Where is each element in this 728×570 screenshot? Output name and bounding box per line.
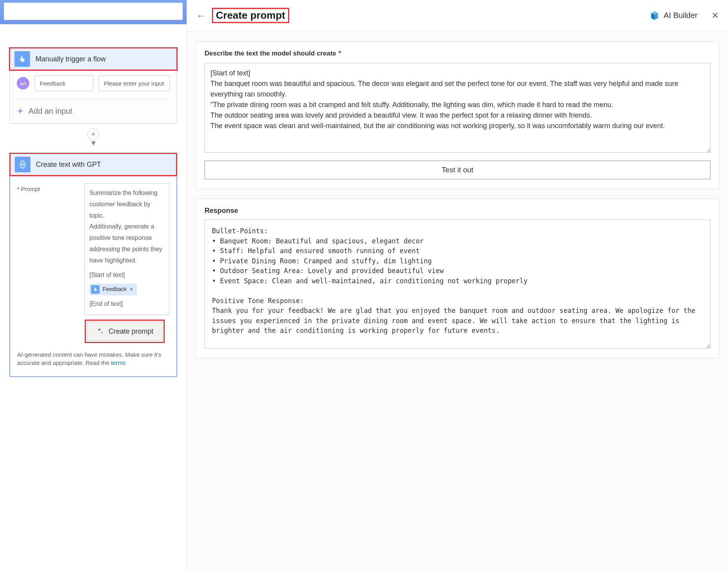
add-input-label: Add an input [28,107,72,116]
prompt-end-marker: [End of text] [89,298,164,310]
feedback-chip-label: Feedback [103,284,126,294]
gpt-node-header[interactable]: Create text with GPT [10,154,176,175]
create-prompt-button-label: Create prompt [109,327,153,336]
describe-prompt-card: Describe the text the model should creat… [196,41,719,189]
feedback-dynamic-chip[interactable]: Feedback × [89,284,137,295]
prompt-field-label: *Prompt [17,183,80,192]
back-arrow-icon[interactable]: ← [196,10,206,21]
prompt-start-marker: [Start of text] [89,270,164,281]
ai-disclaimer: AI-generated content can have mistakes. … [17,350,169,367]
manual-trigger-chip-icon [91,285,100,294]
gpt-icon [15,157,30,172]
trigger-node: Manually trigger a flow aA Feedback Plea… [9,48,177,124]
terms-link[interactable]: terms [111,359,126,366]
trigger-node-header[interactable]: Manually trigger a flow [10,48,177,70]
panel-title: Create prompt [216,9,285,21]
plus-icon: + [18,106,23,116]
prompt-textarea[interactable]: Summarize the following customer feedbac… [84,183,169,315]
gpt-node-title: Create text with GPT [36,161,101,169]
input-name-field[interactable]: Feedback [35,75,93,91]
close-panel-icon[interactable]: ✕ [712,11,719,21]
trigger-node-title: Manually trigger a flow [36,55,106,63]
flow-designer: Manually trigger a flow aA Feedback Plea… [0,0,187,570]
response-label: Response [205,207,710,215]
sparkle-icon [96,327,104,335]
add-step-button[interactable]: + [87,129,99,140]
response-card: Response Bullet-Points: • Banquet Room: … [196,198,719,358]
flow-name-input[interactable] [4,3,183,20]
create-prompt-panel: ← Create prompt AI Builder ✕ Describe th… [187,0,728,570]
describe-label: Describe the text the model should creat… [205,50,710,57]
manual-trigger-icon [14,51,30,67]
describe-textarea[interactable] [205,63,710,153]
response-output[interactable]: Bullet-Points: • Banquet Room: Beautiful… [205,220,710,348]
node-connector: + ▾ [9,129,177,148]
add-input-button[interactable]: + Add an input [17,105,170,117]
flow-canvas: Manually trigger a flow aA Feedback Plea… [0,24,187,404]
text-input-type-icon: aA [17,77,29,89]
svg-point-0 [21,163,24,166]
ai-builder-logo-icon [650,11,660,21]
prompt-instruction-text: Summarize the following customer feedbac… [89,188,164,266]
top-command-bar [0,0,187,24]
remove-chip-icon[interactable]: × [130,284,133,294]
divider [17,99,170,99]
gpt-node: Create text with GPT *Prompt Summarize t… [9,153,177,377]
panel-header: ← Create prompt AI Builder ✕ [187,0,728,31]
ai-builder-brand: AI Builder [650,11,698,21]
trigger-input-row: aA Feedback Please enter your input [17,75,170,91]
input-placeholder-field[interactable]: Please enter your input [99,75,170,91]
test-it-out-button[interactable]: Test it out [205,161,710,179]
create-prompt-button[interactable]: Create prompt [87,322,162,341]
